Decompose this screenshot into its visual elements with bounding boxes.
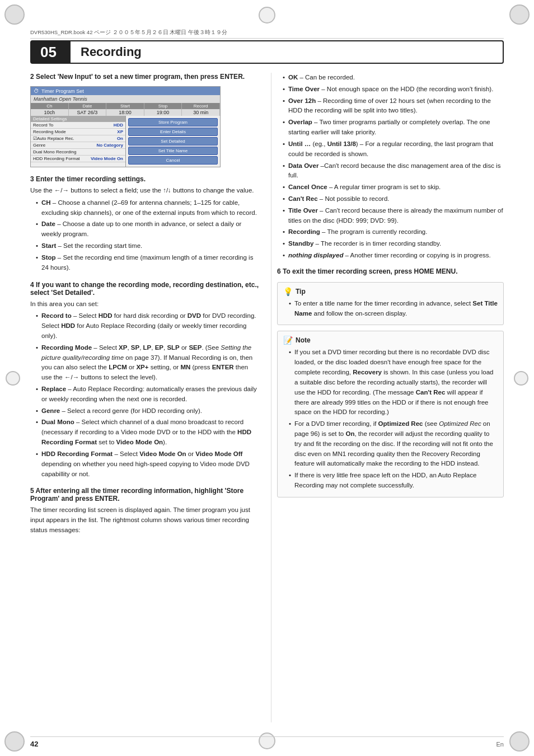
ts-header-row: Ch Date Start Stop Record [31,103,220,109]
ts-row-record-to: Record To HDD [31,122,125,129]
top-binding-hole [259,7,275,24]
step4-record-to: Record to – Select HDD for hard disk rec… [36,311,260,341]
step4-recording-mode: Recording Mode – Select XP, SP, LP, EP, … [36,343,260,383]
ts-header-stop: Stop [144,103,182,109]
note-item-1: If you set a DVD timer recording but the… [289,348,498,417]
tip-title: Tip [296,288,306,295]
ts-btn-set-detailed[interactable]: Set Detailed [128,137,218,145]
tip-item-1: To enter a title name for the timer reco… [289,299,498,319]
ts-btn-set-title[interactable]: Set Title Name [128,147,218,155]
chapter-number: 05 [31,41,71,63]
step4-intro: In this area you can set: [30,299,260,309]
ts-data-start: 18:00 [106,109,144,116]
ts-header-date: Date [69,103,107,109]
ts-data-record: 30 min [182,109,220,116]
status-overlap: Overlap – Two timer programs partially o… [283,118,504,138]
ts-btn-cancel[interactable]: Cancel [128,156,218,165]
ts-settings-panel: Detailed Settings Record To HDD Recordin… [31,116,126,167]
tip-icon: 💡 [283,287,293,296]
ts-header-start: Start [106,103,144,109]
status-time-over: Time Over – Not enough space on the HDD … [283,84,504,95]
status-cancel-once: Cancel Once – A regular timer program is… [283,182,504,192]
right-binding-hole [514,371,528,386]
ts-data-stop: 19:00 [144,109,182,116]
timer-ui-screenshot: ⏱ Timer Program Set Manhattan Open Tenni… [30,86,221,167]
corner-decoration-bl [4,731,25,752]
ts-row-genre: Genre No Category [31,142,125,149]
status-recording: Recording – The program is currently rec… [283,227,504,237]
ts-body: Detailed Settings Record To HDD Recordin… [31,116,220,167]
timer-icon: ⏱ [34,88,39,94]
status-over-12h: Over 12h – Recording time of over 12 hou… [283,96,504,116]
corner-decoration-tr [509,4,530,25]
note-icon: 📝 [283,336,293,345]
ts-row-hdd-format: HDD Recording Format Video Mode On [31,156,125,162]
status-nothing-displayed: nothing displayed – Another timer record… [283,251,504,261]
chapter-title: Recording [71,45,142,59]
ts-title: Timer Program Set [41,88,84,94]
step5-heading: 5 After entering all the timer recording… [30,487,260,503]
ts-data-row: 10ch SAT 26/3 18:00 19:00 30 min [31,109,220,116]
ts-header-ch: Ch [31,103,69,109]
left-binding-hole [6,371,20,386]
ts-btn-enter-details[interactable]: Enter Details [128,128,218,136]
status-standby: Standby – The recorder is in timer recor… [283,239,504,249]
step2-heading: 2 Select 'New Input' to set a new timer … [30,73,260,81]
step4-dual-mono: Dual Mono – Select which channel of a du… [36,417,260,447]
status-title-over: Title Over – Can't record because there … [283,206,504,226]
meta-bar: DVR530HS_RDR.book 42 ページ ２００５年５月２６日 木曜日 … [30,29,504,39]
step3-bullet-date: Date – Choose a date up to one month in … [36,219,260,240]
status-data-over: Data Over –Can't record because the disc… [283,161,504,181]
right-column: OK – Can be recorded. Time Over – Not en… [271,73,504,722]
note-title: Note [296,336,311,344]
ts-section-head: Detailed Settings [31,116,125,122]
main-content: 2 Select 'New Input' to set a new timer … [30,73,504,722]
chapter-header: 05 Recording [30,40,504,64]
note-item-2: For a DVD timer recording, if Optimized … [289,419,498,469]
ts-row-recording-mode: Recording Mode XP [31,129,125,135]
ts-row-dual-mono: Dual Mono Recording [31,149,125,156]
left-column: 2 Select 'New Input' to set a new timer … [30,73,271,722]
page-number: 42 [30,740,38,748]
step4-genre: Genre – Select a record genre (for HDD r… [36,406,260,416]
ts-data-date: SAT 26/3 [69,109,107,116]
status-ok: OK – Can be recorded. [283,73,504,83]
step4-hdd-format: HDD Recording Format – Select Video Mode… [36,449,260,479]
step5-body: The timer recording list screen is displ… [30,505,260,535]
note-box: 📝 Note If you set a DVD timer recording … [277,331,504,497]
step4-replace: Replace – Auto Replace Recording: automa… [36,384,260,405]
ts-titlebar: ⏱ Timer Program Set [31,87,220,95]
file-path: DVR530HS_RDR.book 42 ページ ２００５年５月２６日 木曜日 … [30,29,227,35]
page-language: En [496,741,504,748]
ts-program-name: Manhattan Open Tennis [31,95,220,103]
corner-decoration-br [509,731,530,752]
status-cant-rec: Can't Rec – Not possible to record. [283,194,504,204]
ts-buttons-panel: Store Program Enter Details Set Detailed… [126,116,220,167]
step3-bullet-start: Start – Set the recording start time. [36,241,260,251]
page-footer: 42 En [30,736,504,748]
step3-body1: Use the ←/→ buttons to select a field; u… [30,186,260,196]
corner-decoration-tl [4,4,25,25]
tip-box: 💡 Tip To enter a title name for the time… [277,282,504,326]
tip-header: 💡 Tip [283,287,498,296]
note-header: 📝 Note [283,336,498,345]
ts-row-auto-replace: ☑Auto Replace Rec. On [31,135,125,142]
step3-bullet-stop: Stop – Set the recording end time (maxim… [36,253,260,273]
step4-heading: 4 If you want to change the recording mo… [30,281,260,297]
step3-heading: 3 Enter the timer recording settings. [30,175,260,183]
ts-btn-store[interactable]: Store Program [128,118,218,126]
step3-bullet-ch: CH – Choose a channel (2–69 for antenna … [36,198,260,218]
ts-data-ch: 10ch [31,109,69,116]
note-item-3: If there is very little free space left … [289,471,498,491]
step6-heading: 6 To exit the timer recording screen, pr… [277,267,504,275]
status-until: Until … (eg., Until 13/8) – For a regula… [283,139,504,159]
ts-header-record: Record [182,103,220,109]
